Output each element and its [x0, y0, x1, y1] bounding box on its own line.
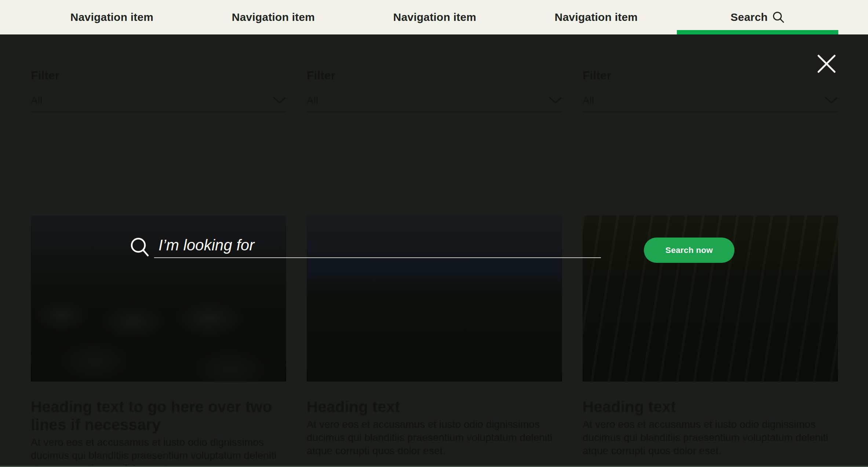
- search-input[interactable]: [154, 235, 601, 258]
- filter-selected-value: All: [583, 94, 594, 107]
- nav-search-tab[interactable]: Search: [677, 0, 838, 34]
- card-heading: Heading text: [583, 398, 838, 416]
- nav-item-3[interactable]: Navigation item: [354, 0, 515, 34]
- card-body-text: At vero eos et accusamus et iusto odio d…: [31, 436, 286, 467]
- card-body-text: At vero eos et accusamus et iusto odio d…: [583, 418, 838, 457]
- filter-select: All: [307, 94, 562, 112]
- nav-search-label: Search: [730, 11, 767, 23]
- active-tab-underline: [677, 30, 838, 34]
- top-navigation: Navigation item Navigation item Navigati…: [0, 0, 868, 34]
- search-icon: [128, 236, 152, 260]
- card-heading: Heading text to go here over two lines i…: [31, 398, 286, 434]
- chevron-down-icon: [549, 97, 562, 104]
- nav-item-4[interactable]: Navigation item: [515, 0, 677, 34]
- close-icon: [817, 54, 836, 74]
- nav-item-1[interactable]: Navigation item: [31, 0, 193, 34]
- nav-item-label: Navigation item: [232, 11, 315, 23]
- search-icon: [772, 11, 785, 23]
- filter-selected-value: All: [307, 94, 318, 107]
- close-button[interactable]: [816, 54, 837, 75]
- filter-selected-value: All: [31, 94, 42, 107]
- nav-row: Navigation item Navigation item Navigati…: [31, 0, 838, 34]
- filter-label: Filter: [583, 68, 838, 83]
- chevron-down-icon: [273, 97, 286, 104]
- nav-item-2[interactable]: Navigation item: [193, 0, 354, 34]
- search-now-button[interactable]: Search now: [644, 238, 734, 263]
- search-overlay: Filter All Heading text to go here over …: [0, 34, 868, 467]
- chevron-down-icon: [825, 97, 838, 104]
- card-body-text: At vero eos et accusamus et iusto odio d…: [307, 418, 562, 457]
- nav-item-label: Navigation item: [393, 11, 476, 23]
- filter-select: All: [583, 94, 838, 112]
- nav-item-label: Navigation item: [70, 11, 153, 23]
- filter-label: Filter: [307, 68, 562, 83]
- nav-item-label: Navigation item: [555, 11, 638, 23]
- filter-label: Filter: [31, 68, 286, 83]
- card-heading: Heading text: [307, 398, 562, 416]
- filter-select: All: [31, 94, 286, 112]
